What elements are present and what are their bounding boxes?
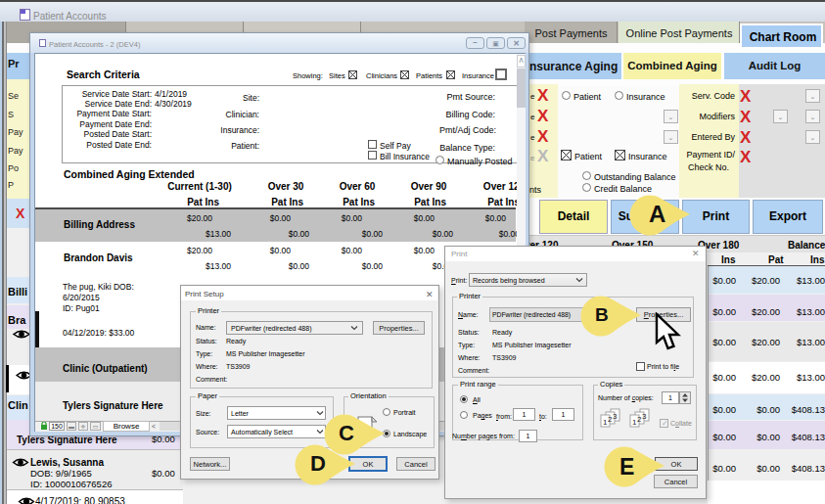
svg-text:3: 3 [642,412,647,421]
svg-text:3: 3 [613,412,618,421]
svg-text:2: 2 [637,415,642,424]
svg-text:2: 2 [608,415,613,424]
svg-text:1: 1 [603,418,608,427]
svg-text:1: 1 [632,418,637,427]
